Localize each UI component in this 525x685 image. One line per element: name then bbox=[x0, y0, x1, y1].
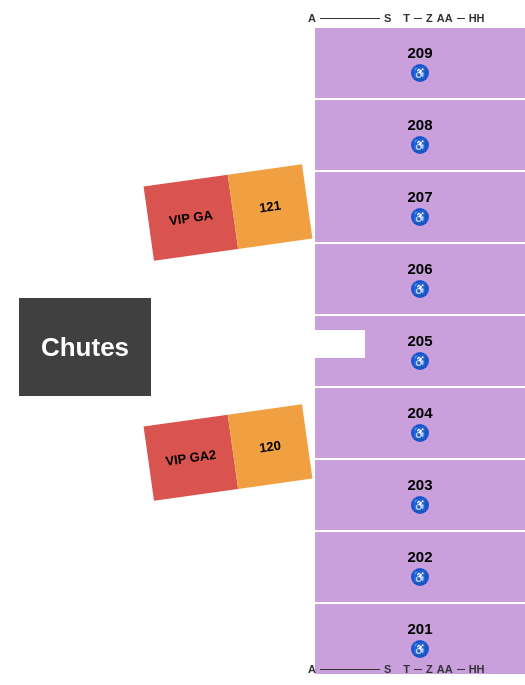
top-label-aa: AA bbox=[437, 12, 453, 24]
top-label-hh: HH bbox=[469, 12, 485, 24]
chutes-label: Chutes bbox=[41, 332, 129, 363]
section-206[interactable]: 206 ♿ bbox=[315, 244, 525, 314]
section-202-number: 202 bbox=[407, 548, 432, 566]
section-203-number: 203 bbox=[407, 476, 432, 494]
section-120-box[interactable]: 120 bbox=[228, 404, 313, 489]
section-207-number: 207 bbox=[407, 188, 432, 206]
section-209-accessible: ♿ bbox=[411, 64, 429, 82]
section-121-label: 121 bbox=[258, 198, 282, 216]
section-207[interactable]: 207 ♿ bbox=[315, 172, 525, 242]
wheelchair-icon-204: ♿ bbox=[413, 427, 427, 440]
vip-group-bottom[interactable]: VIP GA2 120 bbox=[144, 404, 313, 501]
bottom-label-aa: AA bbox=[437, 663, 453, 675]
section-208-number: 208 bbox=[407, 116, 432, 134]
section-209[interactable]: 209 ♿ bbox=[315, 28, 525, 98]
section-203-accessible: ♿ bbox=[411, 496, 429, 514]
vip-ga-box[interactable]: VIP GA bbox=[144, 175, 239, 261]
vip-ga2-label: VIP GA2 bbox=[165, 447, 218, 469]
wheelchair-icon-207: ♿ bbox=[413, 211, 427, 224]
bottom-label-z: Z bbox=[426, 663, 433, 675]
section-206-accessible: ♿ bbox=[411, 280, 429, 298]
section-201-accessible: ♿ bbox=[411, 640, 429, 658]
section-209-number: 209 bbox=[407, 44, 432, 62]
bottom-label-hh: HH bbox=[469, 663, 485, 675]
section-208[interactable]: 208 ♿ bbox=[315, 100, 525, 170]
section-204-accessible: ♿ bbox=[411, 424, 429, 442]
section-206-number: 206 bbox=[407, 260, 432, 278]
top-label-a: A bbox=[308, 12, 316, 24]
wheelchair-icon-208: ♿ bbox=[413, 139, 427, 152]
section-203[interactable]: 203 ♿ bbox=[315, 460, 525, 530]
bottom-line-right bbox=[457, 669, 465, 670]
bottom-label-s: S bbox=[384, 663, 391, 675]
section-207-accessible: ♿ bbox=[411, 208, 429, 226]
bottom-label-t: T bbox=[403, 663, 410, 675]
bottom-line-left bbox=[320, 669, 380, 670]
wheelchair-icon-209: ♿ bbox=[413, 67, 427, 80]
vip-ga-label: VIP GA bbox=[168, 207, 214, 228]
bottom-line-mid bbox=[414, 669, 422, 670]
section-121-box[interactable]: 121 bbox=[228, 164, 313, 249]
wheelchair-icon-202: ♿ bbox=[413, 571, 427, 584]
wheelchair-icon-205: ♿ bbox=[413, 355, 427, 368]
top-label-z: Z bbox=[426, 12, 433, 24]
section-208-accessible: ♿ bbox=[411, 136, 429, 154]
white-spacer-205 bbox=[315, 330, 365, 358]
wheelchair-icon-206: ♿ bbox=[413, 283, 427, 296]
wheelchair-icon-201: ♿ bbox=[413, 643, 427, 656]
top-label-t: T bbox=[403, 12, 410, 24]
section-204[interactable]: 204 ♿ bbox=[315, 388, 525, 458]
top-line-right bbox=[457, 18, 465, 19]
section-205-number: 205 bbox=[407, 332, 432, 350]
section-120-label: 120 bbox=[258, 438, 282, 456]
vip-group-top[interactable]: VIP GA 121 bbox=[144, 164, 313, 261]
section-202[interactable]: 202 ♿ bbox=[315, 532, 525, 602]
top-row-label: A S T Z AA HH bbox=[308, 12, 485, 24]
top-label-s: S bbox=[384, 12, 391, 24]
bottom-label-a: A bbox=[308, 663, 316, 675]
vip-ga2-box[interactable]: VIP GA2 bbox=[144, 415, 239, 501]
chutes-box: Chutes bbox=[19, 298, 151, 396]
section-202-accessible: ♿ bbox=[411, 568, 429, 586]
top-line-left bbox=[320, 18, 380, 19]
section-204-number: 204 bbox=[407, 404, 432, 422]
bottom-row-label: A S T Z AA HH bbox=[308, 663, 485, 675]
venue-map: A S T Z AA HH 209 ♿ 208 ♿ 207 ♿ 206 ♿ bbox=[0, 0, 525, 685]
wheelchair-icon-203: ♿ bbox=[413, 499, 427, 512]
top-line-mid bbox=[414, 18, 422, 19]
section-205-accessible: ♿ bbox=[411, 352, 429, 370]
section-201-number: 201 bbox=[407, 620, 432, 638]
